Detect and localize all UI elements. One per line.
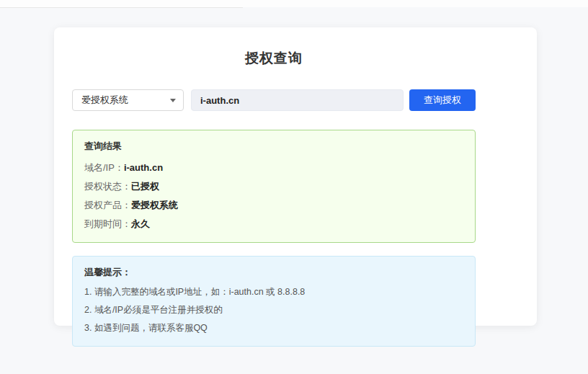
result-label: 到期时间：: [84, 218, 131, 229]
system-select[interactable]: 爱授权系统: [72, 89, 184, 111]
page-title: 授权查询: [72, 49, 476, 68]
result-value: 永久: [131, 218, 150, 229]
result-value: 已授权: [131, 181, 159, 192]
domain-input[interactable]: [191, 89, 404, 111]
query-form-row: 爱授权系统 查询授权: [72, 89, 476, 111]
system-select-value: 爱授权系统: [81, 94, 128, 107]
card-content: 授权查询 爱授权系统 查询授权 查询结果 域名/IP：i-auth.cn 授权状…: [72, 49, 476, 347]
query-auth-button[interactable]: 查询授权: [409, 89, 476, 111]
result-label: 域名/IP：: [84, 162, 124, 173]
top-divider: [0, 7, 243, 8]
top-strip: [0, 0, 588, 7]
tips-item-1: 1. 请输入完整的域名或IP地址，如：i-auth.cn 或 8.8.8.8: [84, 283, 463, 301]
result-heading: 查询结果: [84, 140, 463, 153]
auth-query-card: 授权查询 爱授权系统 查询授权 查询结果 域名/IP：i-auth.cn 授权状…: [54, 27, 537, 326]
result-row-product: 授权产品：爱授权系统: [84, 196, 463, 215]
result-row-domain: 域名/IP：i-auth.cn: [84, 159, 463, 177]
result-label: 授权产品：: [84, 200, 131, 210]
result-value: 爱授权系统: [131, 200, 178, 210]
result-value: i-auth.cn: [124, 162, 163, 173]
result-row-expiry: 到期时间：永久: [84, 215, 463, 233]
tips-item-2: 2. 域名/IP必须是平台注册并授权的: [84, 301, 463, 319]
tips-heading: 温馨提示：: [84, 266, 463, 279]
result-label: 授权状态：: [84, 181, 131, 192]
chevron-down-icon: [170, 99, 176, 102]
result-row-status: 授权状态：已授权: [84, 177, 463, 196]
tips-item-3: 3. 如遇到问题，请联系客服QQ: [84, 319, 463, 337]
tips-panel: 温馨提示： 1. 请输入完整的域名或IP地址，如：i-auth.cn 或 8.8…: [72, 256, 476, 347]
query-result-panel: 查询结果 域名/IP：i-auth.cn 授权状态：已授权 授权产品：爱授权系统…: [72, 130, 476, 243]
